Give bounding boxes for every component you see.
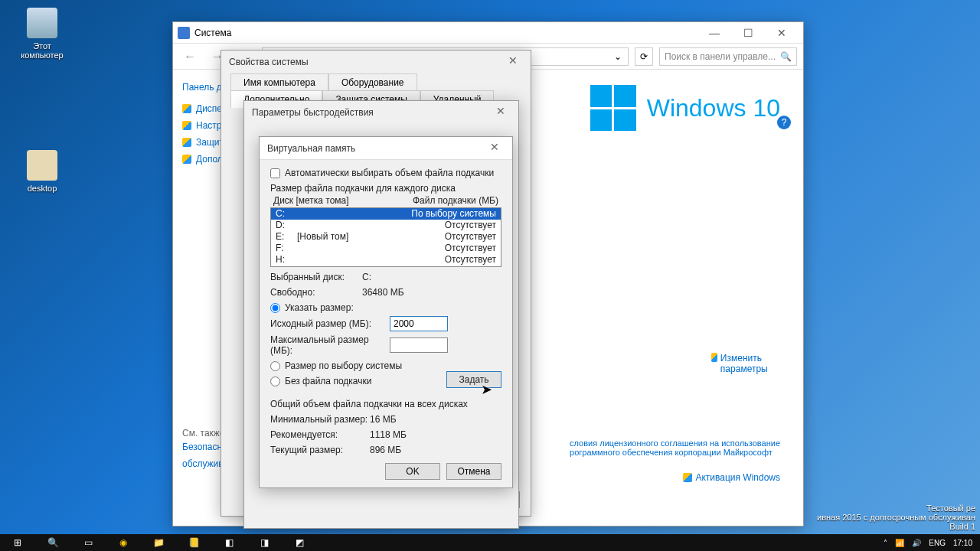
shield-icon xyxy=(683,473,692,482)
volume-icon[interactable]: 🔊 xyxy=(912,539,921,547)
activation-link[interactable]: Активация Windows xyxy=(683,472,780,483)
dialog-title: Свойства системы xyxy=(229,57,309,67)
drive-row-h[interactable]: H:Отсутствует xyxy=(271,254,501,266)
min-label: Минимальный размер: xyxy=(270,414,370,425)
initial-size-input[interactable] xyxy=(390,316,448,331)
shield-icon xyxy=(182,121,191,130)
search-placeholder: Поиск в панели управле... xyxy=(665,51,776,62)
drive-row-c[interactable]: C:По выбору системы xyxy=(271,208,501,220)
tabs-row-1: Имя компьютера Оборудование xyxy=(221,73,531,91)
desktop-icon-folder[interactable]: desktop xyxy=(15,150,69,193)
notes-icon[interactable]: 📒 xyxy=(176,534,211,551)
desktop-icon-this-pc[interactable]: Этот компьютер xyxy=(15,8,69,60)
free-label: Свободно: xyxy=(270,287,362,298)
icon-label: desktop xyxy=(15,184,69,193)
search-input[interactable]: Поиск в панели управле... 🔍 xyxy=(659,47,797,66)
custom-size-radio[interactable]: Указать размер: xyxy=(270,302,501,313)
start-button[interactable]: ⊞ xyxy=(0,534,35,551)
shield-icon xyxy=(182,155,191,164)
radio-input[interactable] xyxy=(270,303,280,313)
back-button[interactable]: ← xyxy=(179,46,201,67)
selected-drive-label: Выбранный диск: xyxy=(270,272,362,282)
col-drive: Диск [метка тома] xyxy=(273,195,349,206)
dialog-titlebar: Свойства системы ✕ xyxy=(221,51,531,73)
search-icon: 🔍 xyxy=(780,51,792,62)
drive-row-e[interactable]: E:[Новый том]Отсутствует xyxy=(271,231,501,243)
tray-chevron-up-icon[interactable]: ˄ xyxy=(884,539,887,547)
app-icon[interactable]: ◩ xyxy=(282,534,317,551)
maximize-button[interactable]: ☐ xyxy=(731,22,765,44)
windows-logo: Windows 10 xyxy=(590,85,780,131)
shield-icon xyxy=(182,138,191,147)
checkbox-input[interactable] xyxy=(270,168,280,178)
set-button[interactable]: Задать xyxy=(446,371,501,388)
shield-icon xyxy=(182,104,191,113)
close-button[interactable]: ✕ xyxy=(491,105,511,120)
dialog-title: Виртуальная память xyxy=(267,143,355,154)
auto-manage-checkbox[interactable]: Автоматически выбирать объем файла подка… xyxy=(270,168,501,178)
each-drive-label: Размер файла подкачки для каждого диска xyxy=(270,183,501,194)
language-indicator[interactable]: ENG xyxy=(929,539,946,547)
brand-text: Windows 10 xyxy=(647,94,780,122)
task-view-icon[interactable]: ▭ xyxy=(70,534,106,551)
refresh-button[interactable]: ⟳ xyxy=(635,47,653,66)
max-size-input[interactable] xyxy=(390,337,448,353)
computer-icon xyxy=(27,8,57,38)
close-button[interactable]: ✕ xyxy=(503,54,523,70)
window-title: Система xyxy=(194,28,697,38)
close-button[interactable]: ✕ xyxy=(765,22,799,44)
checkbox-label: Автоматически выбирать объем файла подка… xyxy=(285,168,494,178)
drive-row-d[interactable]: D:Отсутствует xyxy=(271,220,501,231)
radio-input[interactable] xyxy=(270,361,280,371)
system-icon xyxy=(178,27,190,39)
titlebar: Система — ☐ ✕ xyxy=(173,22,803,44)
system-managed-radio[interactable]: Размер по выбору системы xyxy=(270,360,501,371)
explorer-icon[interactable]: 📁 xyxy=(141,534,176,551)
total-paging-label: Общий объем файла подкачки на всех диска… xyxy=(270,399,501,409)
cur-value: 896 МБ xyxy=(370,445,401,455)
radio-input[interactable] xyxy=(270,377,280,386)
network-icon[interactable]: 📶 xyxy=(895,539,904,547)
chrome-icon[interactable]: ◉ xyxy=(106,534,141,551)
drive-list[interactable]: C:По выбору системы D:Отсутствует E:[Нов… xyxy=(270,207,501,267)
chevron-down-icon[interactable]: ⌄ xyxy=(614,51,622,62)
free-value: 36480 МБ xyxy=(362,287,404,298)
clock[interactable]: 17:10 xyxy=(953,539,972,547)
cur-label: Текущий размер: xyxy=(270,445,370,455)
selected-drive-value: C: xyxy=(362,272,371,282)
rec-value: 1118 МБ xyxy=(370,429,407,440)
app-icon[interactable]: ◧ xyxy=(211,534,247,551)
windows-glyph-icon xyxy=(590,85,636,131)
change-settings-link[interactable]: Изменить параметры xyxy=(711,353,780,374)
min-value: 16 МБ xyxy=(370,414,397,425)
search-icon[interactable]: 🔍 xyxy=(35,534,70,551)
icon-label: Этот компьютер xyxy=(15,41,69,60)
tab-computer-name[interactable]: Имя компьютера xyxy=(230,73,328,91)
max-size-label: Максимальный размер (МБ): xyxy=(270,334,390,356)
dialog-title: Параметры быстродействия xyxy=(252,107,374,118)
initial-size-label: Исходный размер (МБ): xyxy=(270,318,390,329)
minimize-button[interactable]: — xyxy=(697,22,731,44)
folder-icon xyxy=(27,150,57,181)
watermark: Тестовый ре ивная 2015 с долгосрочным об… xyxy=(817,504,975,531)
taskbar: ⊞ 🔍 ▭ ◉ 📁 📒 ◧ ◨ ◩ ˄ 📶 🔊 ENG 17:10 xyxy=(0,534,980,551)
shield-icon xyxy=(711,353,717,362)
license-link[interactable]: словия лицензионного соглашения на испол… xyxy=(570,439,780,457)
ok-button[interactable]: OK xyxy=(385,463,440,480)
tab-hardware[interactable]: Оборудование xyxy=(328,73,417,91)
app-icon[interactable]: ◨ xyxy=(247,534,282,551)
dialog-titlebar: Параметры быстродействия ✕ xyxy=(244,101,518,124)
cancel-button[interactable]: Отмена xyxy=(446,463,501,480)
dialog-titlebar: Виртуальная память ✕ xyxy=(260,137,512,160)
virtual-memory-dialog: Виртуальная память ✕ Автоматически выбир… xyxy=(259,136,513,488)
drive-row-f[interactable]: F:Отсутствует xyxy=(271,243,501,254)
rec-label: Рекомендуется: xyxy=(270,429,370,440)
close-button[interactable]: ✕ xyxy=(485,141,505,156)
col-pagefile: Файл подкачки (МБ) xyxy=(413,195,498,206)
